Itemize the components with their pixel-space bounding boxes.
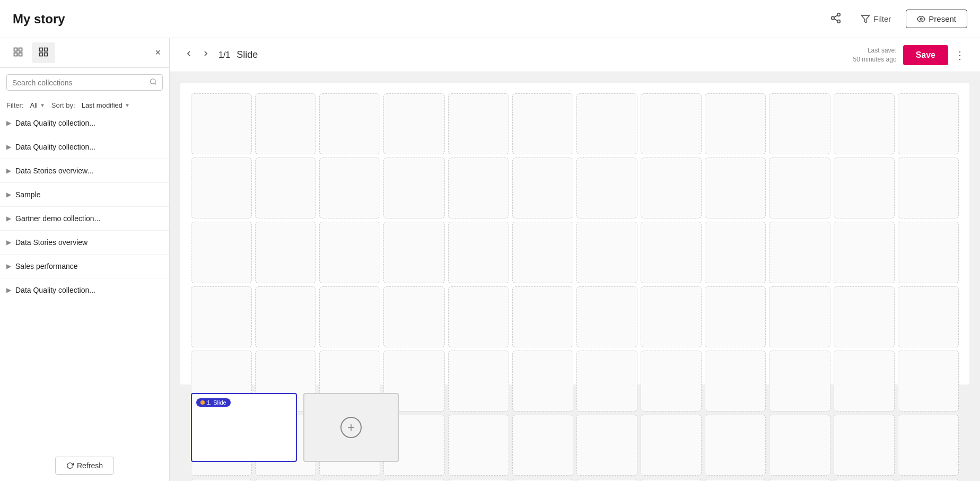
sidebar-list-item-0[interactable]: ▶ Data Quality collection... xyxy=(0,111,169,135)
svg-rect-14 xyxy=(45,53,48,56)
sidebar-list-item-7[interactable]: ▶ Data Quality collection... xyxy=(0,278,169,302)
grid-cell-26 xyxy=(319,222,380,283)
sort-select[interactable]: Last modified ▼ xyxy=(82,101,130,109)
save-button[interactable]: Save xyxy=(903,45,948,65)
last-save-info: Last save: 50 minutes ago xyxy=(853,46,897,64)
sidebar-footer: Refresh xyxy=(0,450,169,481)
refresh-label: Refresh xyxy=(77,461,103,470)
slide-thumbnail-1[interactable]: 1. Slide xyxy=(191,393,297,462)
sidebar-close-button[interactable]: × xyxy=(153,45,163,60)
grid-cell-8 xyxy=(705,93,766,154)
list-item-arrow-0: ▶ xyxy=(6,119,11,127)
search-icon xyxy=(150,78,157,87)
grid-cell-9 xyxy=(769,93,830,154)
svg-rect-13 xyxy=(40,53,43,56)
grid-cell-13 xyxy=(255,158,316,218)
svg-rect-11 xyxy=(40,48,43,51)
grid-cell-39 xyxy=(383,286,444,347)
grid-cell-20 xyxy=(705,158,766,218)
sidebar-list-item-4[interactable]: ▶ Gartner demo collection... xyxy=(0,207,169,231)
filter-select[interactable]: All ▼ xyxy=(30,101,45,109)
search-box[interactable] xyxy=(6,74,163,91)
list-item-text-7: Data Quality collection... xyxy=(15,286,163,294)
grid-cell-32 xyxy=(705,222,766,283)
sidebar-list-item-5[interactable]: ▶ Data Stories overview xyxy=(0,231,169,255)
grid-cell-25 xyxy=(255,222,316,283)
sort-label-text: Sort by: xyxy=(51,101,75,109)
slide-thumb-text: 1. Slide xyxy=(207,399,226,406)
grid-cell-72 xyxy=(191,479,252,481)
list-item-arrow-1: ▶ xyxy=(6,143,11,151)
grid-cell-29 xyxy=(512,222,573,283)
grid-cell-2 xyxy=(319,93,380,154)
more-options-button[interactable]: ⋮ xyxy=(950,45,969,66)
last-save-line1: Last save: xyxy=(853,46,897,55)
sidebar: × Filter: All ▼ Sort by: Last modified ▼ xyxy=(0,38,170,481)
grid-cell-16 xyxy=(448,158,509,218)
list-item-text-6: Sales performance xyxy=(15,262,163,270)
grid-cell-44 xyxy=(705,286,766,347)
grid-cell-27 xyxy=(383,222,444,283)
svg-rect-9 xyxy=(14,53,18,56)
grid-cell-4 xyxy=(448,93,509,154)
add-icon: + xyxy=(347,420,355,435)
grid-cell-18 xyxy=(576,158,637,218)
sidebar-list-item-2[interactable]: ▶ Data Stories overview... xyxy=(0,159,169,183)
share-button[interactable] xyxy=(826,8,846,30)
sidebar-tab-charts[interactable] xyxy=(6,42,30,63)
slide-canvas[interactable] xyxy=(180,83,969,384)
filter-button[interactable]: Filter xyxy=(854,10,897,28)
add-slide-button[interactable]: + xyxy=(303,393,399,462)
list-item-text-5: Data Stories overview xyxy=(15,238,163,247)
grid-cell-33 xyxy=(769,222,830,283)
slide-strip: 1. Slide + xyxy=(180,393,969,470)
page-title: My story xyxy=(13,12,65,27)
grid-cell-47 xyxy=(898,286,959,347)
grid-cell-19 xyxy=(641,158,702,218)
list-item-text-0: Data Quality collection... xyxy=(15,119,163,127)
slide-toolbar: 1/1 Slide Last save: 50 minutes ago Save… xyxy=(170,38,980,72)
grid-cell-34 xyxy=(834,222,895,283)
grid-cell-0 xyxy=(191,93,252,154)
prev-slide-button[interactable] xyxy=(180,45,197,65)
sort-dropdown-icon: ▼ xyxy=(125,102,130,108)
search-input[interactable] xyxy=(12,78,150,87)
refresh-button[interactable]: Refresh xyxy=(55,457,114,475)
grid-cell-35 xyxy=(898,222,959,283)
grid-cell-14 xyxy=(319,158,380,218)
list-item-arrow-6: ▶ xyxy=(6,263,11,270)
grid-cell-74 xyxy=(319,479,380,481)
grid-cell-79 xyxy=(641,479,702,481)
svg-marker-5 xyxy=(861,15,869,23)
content-area: 1/1 Slide Last save: 50 minutes ago Save… xyxy=(170,38,980,481)
next-slide-button[interactable] xyxy=(197,45,214,65)
grid-cell-36 xyxy=(191,286,252,347)
sidebar-filter-row: Filter: All ▼ Sort by: Last modified ▼ xyxy=(0,97,169,111)
grid-cell-45 xyxy=(769,286,830,347)
present-label: Present xyxy=(929,14,956,23)
sidebar-tab-collections[interactable] xyxy=(32,42,55,63)
grid-cell-7 xyxy=(641,93,702,154)
sidebar-list-item-3[interactable]: ▶ Sample xyxy=(0,183,169,207)
grid-cell-31 xyxy=(641,222,702,283)
filter-dropdown-icon: ▼ xyxy=(40,102,45,108)
svg-rect-12 xyxy=(45,48,48,51)
header-actions: Filter Present xyxy=(826,8,967,30)
grid-cell-23 xyxy=(898,158,959,218)
present-button[interactable]: Present xyxy=(906,10,967,28)
grid-cell-73 xyxy=(255,479,316,481)
sidebar-list: ▶ Data Quality collection... ▶ Data Qual… xyxy=(0,111,169,450)
list-item-arrow-4: ▶ xyxy=(6,215,11,222)
slide-dot-icon xyxy=(200,400,205,405)
sidebar-list-item-6[interactable]: ▶ Sales performance xyxy=(0,255,169,278)
sidebar-list-item-1[interactable]: ▶ Data Quality collection... xyxy=(0,135,169,159)
svg-rect-10 xyxy=(19,53,22,56)
svg-point-6 xyxy=(920,18,922,20)
top-header: My story Filter Present xyxy=(0,0,980,38)
grid-cell-41 xyxy=(512,286,573,347)
grid-cell-11 xyxy=(898,93,959,154)
grid-cell-22 xyxy=(834,158,895,218)
slide-label: 1. Slide xyxy=(196,398,231,407)
filter-label-text: Filter: xyxy=(6,101,24,109)
svg-line-3 xyxy=(834,19,837,21)
